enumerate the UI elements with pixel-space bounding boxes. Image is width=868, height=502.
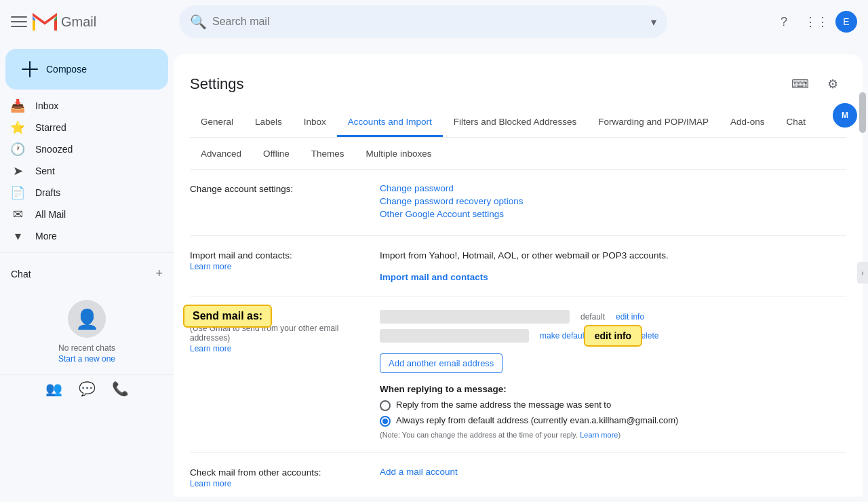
reply-section: When replying to a message: Reply from t… xyxy=(380,384,846,439)
tab-accounts[interactable]: Accounts and Import xyxy=(337,109,443,137)
sidebar-item-inbox[interactable]: 📥 Inbox xyxy=(0,95,163,117)
expand-arrow[interactable]: › xyxy=(857,262,868,284)
search-icon: 🔍 xyxy=(190,14,207,30)
compose-label: Compose xyxy=(46,64,87,75)
radio-same-address xyxy=(380,400,391,411)
reply-option-same-address-label: Reply from the same address the message … xyxy=(396,400,611,410)
scrollbar-thumb[interactable] xyxy=(859,92,866,133)
sidebar-item-more[interactable]: ▾ More xyxy=(0,225,163,247)
import-mail-label-col: Import mail and contacts: Learn more xyxy=(190,250,380,282)
sidebar: Compose 📥 Inbox ⭐ Starred 🕐 Snoozed ➤ Se… xyxy=(0,43,174,502)
send-mail-label-col: Send mail as: Send mail as: (Use Gmail t… xyxy=(190,310,380,439)
check-mail-row: Check mail from other accounts: Learn mo… xyxy=(190,453,846,497)
apps-button[interactable]: ⋮⋮ xyxy=(803,8,830,35)
tab-addons[interactable]: Add-ons xyxy=(719,109,775,137)
avatar[interactable]: E xyxy=(835,11,857,33)
sidebar-item-snoozed[interactable]: 🕐 Snoozed xyxy=(0,138,163,160)
chat-bubble-icon[interactable]: 💬 xyxy=(79,381,96,397)
settings-title-row: Settings ⌨ ⚙ xyxy=(190,71,846,98)
gear-icon: ⚙ xyxy=(827,77,838,92)
sidebar-item-all-mail[interactable]: ✉ All Mail xyxy=(0,204,163,225)
meet-icon[interactable]: M xyxy=(833,103,857,128)
import-mail-content: Import from Yahoo!, Hotmail, AOL, or oth… xyxy=(380,250,846,282)
import-description: Import from Yahoo!, Hotmail, AOL, or oth… xyxy=(380,250,669,260)
search-bar: 🔍 ▾ xyxy=(179,5,667,38)
change-password-link[interactable]: Change password xyxy=(380,183,846,193)
add-email-button[interactable]: Add another email address xyxy=(380,353,502,373)
tab-general[interactable]: General xyxy=(190,109,244,137)
email1-blurred xyxy=(380,310,570,324)
tab-themes[interactable]: Themes xyxy=(300,140,355,169)
reply-note-learn-more[interactable]: Learn more xyxy=(580,431,618,439)
keyboard-button[interactable]: ⌨ xyxy=(787,71,814,98)
email2-make-default-link[interactable]: make default xyxy=(540,331,587,341)
send-mail-learn-more[interactable]: Learn more xyxy=(190,344,231,353)
topbar-left: Gmail xyxy=(11,13,174,31)
compose-button[interactable]: Compose xyxy=(5,49,168,90)
change-account-content: Change password Change password recovery… xyxy=(380,183,846,222)
edit-info-annotation-box: edit info xyxy=(584,325,642,347)
apps-icon: ⋮⋮ xyxy=(804,14,829,29)
tab-inbox[interactable]: Inbox xyxy=(293,109,337,137)
clock-icon: 🕐 xyxy=(11,142,24,156)
settings-header: Settings ⌨ ⚙ General Labels Inbox xyxy=(174,54,863,170)
email1-edit-link[interactable]: edit info xyxy=(616,312,644,322)
sidebar-item-drafts[interactable]: 📄 Drafts xyxy=(0,182,163,204)
search-input[interactable] xyxy=(212,16,646,28)
send-icon: ➤ xyxy=(11,164,24,178)
gmail-m-icon xyxy=(33,13,57,31)
add-chat-icon[interactable]: + xyxy=(155,267,163,281)
no-chats-text: No recent chats xyxy=(58,343,115,353)
people-icon[interactable]: 👥 xyxy=(45,381,62,397)
help-icon: ? xyxy=(781,15,787,29)
google-account-link[interactable]: Other Google Account settings xyxy=(380,209,846,219)
import-mail-link[interactable]: Import mail and contacts xyxy=(380,272,488,282)
import-mail-row: Import mail and contacts: Learn more Imp… xyxy=(190,236,846,296)
content-wrapper: Settings ⌨ ⚙ General Labels Inbox xyxy=(174,49,868,497)
send-mail-email1-row: default edit info xyxy=(380,310,846,324)
keyboard-icon: ⌨ xyxy=(791,77,809,92)
check-mail-content: Add a mail account xyxy=(380,467,846,488)
send-mail-annotation-box: Send mail as: xyxy=(183,305,272,328)
tab-advanced[interactable]: Advanced xyxy=(190,140,252,169)
send-mail-email2-row: make default edit info edit info delete xyxy=(380,329,846,343)
check-mail-learn-more[interactable]: Learn more xyxy=(190,479,231,488)
sidebar-bottom-icons: 👥 💬 📞 xyxy=(0,374,174,402)
tab-filters[interactable]: Filters and Blocked Addresses xyxy=(443,109,588,137)
gear-button[interactable]: ⚙ xyxy=(819,71,846,98)
help-button[interactable]: ? xyxy=(770,8,797,35)
all-mail-icon: ✉ xyxy=(11,208,24,221)
sidebar-divider xyxy=(0,252,174,253)
sidebar-item-sent[interactable]: ➤ Sent xyxy=(0,160,163,182)
sidebar-item-starred[interactable]: ⭐ Starred xyxy=(0,117,163,138)
phone-icon[interactable]: 📞 xyxy=(112,381,129,397)
star-icon: ⭐ xyxy=(11,121,24,134)
reply-option-default-address[interactable]: Always reply from default address (curre… xyxy=(380,415,846,427)
settings-page: Settings ⌨ ⚙ General Labels Inbox xyxy=(174,54,863,497)
menu-icon[interactable] xyxy=(11,14,27,30)
topbar-right: ? ⋮⋮ E xyxy=(770,8,857,35)
change-recovery-link[interactable]: Change password recovery options xyxy=(380,196,846,206)
import-mail-label: Import mail and contacts: xyxy=(190,250,292,260)
send-mail-row: Send mail as: Send mail as: (Use Gmail t… xyxy=(190,296,846,453)
change-account-label-col: Change account settings: xyxy=(190,183,380,222)
drafts-icon: 📄 xyxy=(11,186,24,199)
import-learn-more[interactable]: Learn more xyxy=(190,262,231,271)
compose-plus-icon xyxy=(22,61,38,77)
search-dropdown-icon[interactable]: ▾ xyxy=(651,16,656,28)
tab-multiple-inboxes[interactable]: Multiple inboxes xyxy=(355,140,443,169)
tab-offline[interactable]: Offline xyxy=(252,140,300,169)
tab-labels[interactable]: Labels xyxy=(244,109,293,137)
radio-default-address xyxy=(380,416,391,427)
add-mail-account-link[interactable]: Add a mail account xyxy=(380,467,846,477)
start-new-chat[interactable]: Start a new one xyxy=(58,354,115,364)
no-chats-section: 👤 No recent chats Start a new one xyxy=(0,289,174,374)
reply-option-default-address-label: Always reply from default address (curre… xyxy=(396,415,678,425)
settings-tabs-row1: General Labels Inbox Accounts and Import… xyxy=(190,109,846,138)
main-layout: Compose 📥 Inbox ⭐ Starred 🕐 Snoozed ➤ Se… xyxy=(0,43,868,502)
meet-panel: M xyxy=(833,103,857,128)
topbar: Gmail 🔍 ▾ ? ⋮⋮ E xyxy=(0,0,868,43)
tab-chat[interactable]: Chat xyxy=(775,109,816,137)
tab-forwarding[interactable]: Forwarding and POP/IMAP xyxy=(587,109,719,137)
reply-option-same-address[interactable]: Reply from the same address the message … xyxy=(380,400,846,411)
